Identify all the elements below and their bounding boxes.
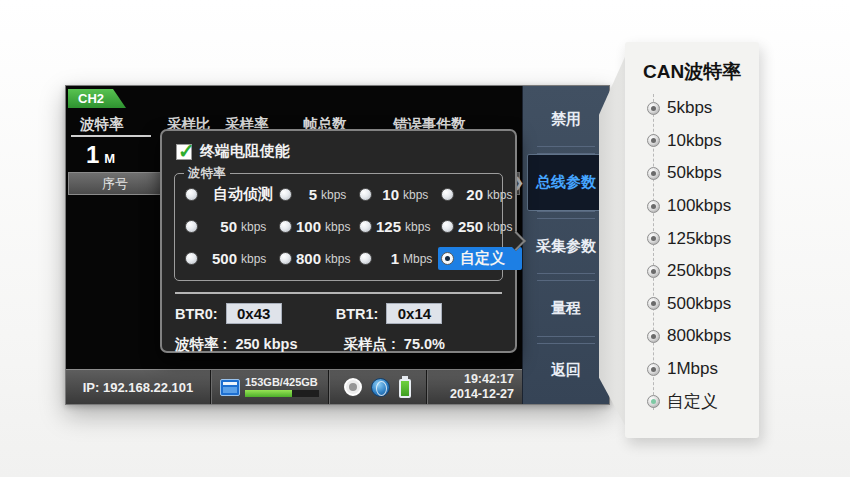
option-unit: kbps bbox=[325, 252, 353, 266]
baudrate-dialog: 终端电阻使能 波特率 自动侦测 bbox=[160, 129, 517, 353]
baudrate-unit: M bbox=[104, 151, 115, 166]
date-text: 2014-12-27 bbox=[450, 387, 514, 402]
option-label: 5 bbox=[296, 186, 317, 203]
radio-icon bbox=[441, 220, 454, 233]
radio-bullet-icon bbox=[647, 232, 660, 245]
baudrate-list-item[interactable]: 100kbps bbox=[647, 190, 759, 223]
baudrate-list-item[interactable]: 250kbps bbox=[647, 255, 759, 288]
radio-icon bbox=[441, 188, 454, 201]
option-unit: kbps bbox=[325, 220, 353, 234]
active-column-underline bbox=[71, 135, 151, 137]
softkey-button[interactable]: 总线参数 bbox=[527, 154, 605, 210]
baudrate-list-item[interactable]: 自定义 bbox=[647, 385, 759, 418]
baudrate-group-label: 波特率 bbox=[184, 165, 230, 182]
option-label: 500 bbox=[202, 250, 237, 267]
disk-icon bbox=[220, 379, 240, 396]
disk-usage-text: 153GB/425GB bbox=[245, 377, 319, 388]
baudrate-list-label: 500kbps bbox=[667, 294, 731, 314]
baudrate-radio-option[interactable]: 5 kbps bbox=[276, 183, 356, 206]
baudrate-list-label: 1Mbps bbox=[667, 359, 718, 379]
option-unit: kbps bbox=[321, 188, 353, 202]
menu-separator bbox=[537, 211, 595, 219]
radio-bullet-icon bbox=[647, 395, 660, 408]
radio-icon bbox=[279, 252, 292, 265]
option-label: 20 bbox=[458, 186, 483, 203]
option-label: 100 bbox=[296, 218, 321, 235]
baudrate-radio-option[interactable]: 250 kbps bbox=[438, 216, 522, 237]
can-baudrate-card: CAN波特率 5kbps 10kbps 50kbps bbox=[625, 42, 759, 438]
option-unit: kbps bbox=[405, 220, 435, 234]
time-text: 19:42:17 bbox=[464, 372, 514, 387]
globe-icon bbox=[371, 378, 390, 397]
baudrate-list-item[interactable]: 500kbps bbox=[647, 288, 759, 321]
dialog-separator bbox=[175, 292, 502, 294]
disk-status: 153GB/425GB bbox=[211, 370, 329, 404]
baudrate-list-label: 100kbps bbox=[667, 196, 731, 216]
baudrate-radio-option[interactable]: 125 kbps bbox=[356, 216, 438, 237]
baudrate-radio-option[interactable]: 800 kbps bbox=[276, 247, 356, 270]
btr0-input[interactable]: 0x43 bbox=[226, 303, 282, 324]
baudrate-list-item[interactable]: 1Mbps bbox=[647, 353, 759, 386]
radio-bullet-icon bbox=[647, 134, 660, 147]
option-label: 10 bbox=[376, 186, 399, 203]
btr0-label: BTR0: bbox=[175, 306, 218, 322]
baudrate-list-label: 10kbps bbox=[667, 131, 722, 151]
baudrate-radio-option[interactable]: 500 kbps bbox=[182, 247, 276, 270]
dialog-result-row: 波特率 : 250 kbps 采样点 : 75.0% bbox=[175, 335, 502, 354]
baudrate-radio-option[interactable]: 100 kbps bbox=[276, 216, 356, 237]
option-label: 250 bbox=[458, 218, 483, 235]
channel-tab[interactable]: CH2 bbox=[68, 89, 126, 108]
page: CH2 波特率 采样比 采样率 帧总数 错误事件数 1M 序号 bbox=[0, 0, 850, 477]
terminal-resistor-checkbox[interactable] bbox=[176, 144, 192, 160]
disk-info: 153GB/425GB bbox=[245, 377, 319, 397]
baudrate-list-item[interactable]: 50kbps bbox=[647, 157, 759, 190]
baudrate-list-item[interactable]: 800kbps bbox=[647, 320, 759, 353]
baudrate-radio-option[interactable]: 10 kbps bbox=[356, 183, 438, 206]
terminal-resistor-row: 终端电阻使能 bbox=[176, 142, 501, 161]
baudrate-list-label: 自定义 bbox=[667, 390, 718, 413]
ip-address: IP: 192.168.22.101 bbox=[66, 370, 211, 404]
option-label: 自定义 bbox=[460, 249, 519, 268]
option-unit: kbps bbox=[403, 188, 435, 202]
baudrate-radio-option[interactable]: 自定义 bbox=[438, 247, 522, 270]
device-screen: CH2 波特率 采样比 采样率 帧总数 错误事件数 1M 序号 bbox=[65, 85, 610, 405]
baudrate-list-item[interactable]: 10kbps bbox=[647, 125, 759, 158]
result-samplepoint-value: 75.0% bbox=[404, 336, 445, 352]
radio-bullet-icon bbox=[647, 330, 660, 343]
clock: 19:42:17 2014-12-27 bbox=[427, 370, 522, 404]
radio-icon bbox=[185, 252, 198, 265]
terminal-resistor-label: 终端电阻使能 bbox=[200, 142, 290, 161]
radio-icon bbox=[359, 252, 372, 265]
radio-icon bbox=[279, 188, 292, 201]
softkey-button[interactable]: 量程 bbox=[527, 281, 605, 335]
softkey-button[interactable]: 禁用 bbox=[527, 92, 605, 146]
baudrate-list-item[interactable]: 125kbps bbox=[647, 222, 759, 255]
option-unit: kbps bbox=[487, 220, 519, 234]
baudrate-list-item[interactable]: 5kbps bbox=[647, 92, 759, 125]
softkey-button[interactable]: 返回 bbox=[527, 344, 605, 398]
option-unit: kbps bbox=[487, 188, 519, 202]
option-label: 125 bbox=[376, 218, 401, 235]
result-samplepoint-label: 采样点 : bbox=[343, 336, 395, 352]
baudrate-list-label: 50kbps bbox=[667, 163, 722, 183]
menu-separator bbox=[537, 336, 595, 344]
baudrate-radio-option[interactable]: 1 Mbps bbox=[356, 247, 438, 270]
radio-bullet-icon bbox=[647, 265, 660, 278]
card-spine bbox=[599, 50, 628, 431]
disk-progress-fill bbox=[245, 390, 292, 397]
result-baudrate-label: 波特率 : bbox=[175, 336, 227, 352]
btr1-input[interactable]: 0x14 bbox=[386, 303, 442, 324]
baudrate-groupbox: 波特率 自动侦测 5 kbps bbox=[174, 173, 503, 281]
battery-icon bbox=[399, 379, 411, 398]
baudrate-radio-option[interactable]: 20 kbps bbox=[438, 183, 522, 206]
baudrate-radio-option[interactable]: 自动侦测 bbox=[182, 183, 276, 206]
menu-separator bbox=[537, 273, 595, 281]
radio-icon bbox=[441, 252, 454, 265]
softkey-button[interactable]: 采集参数 bbox=[527, 219, 605, 273]
baudrate-radio-option[interactable]: 50 kbps bbox=[182, 216, 276, 237]
option-unit: Mbps bbox=[403, 252, 435, 266]
result-samplepoint: 采样点 : 75.0% bbox=[343, 335, 445, 354]
baudrate-options-grid: 自动侦测 5 kbps 10 bbox=[182, 183, 495, 270]
sequence-column-header: 序号 bbox=[69, 175, 161, 193]
option-label: 50 bbox=[202, 218, 237, 235]
